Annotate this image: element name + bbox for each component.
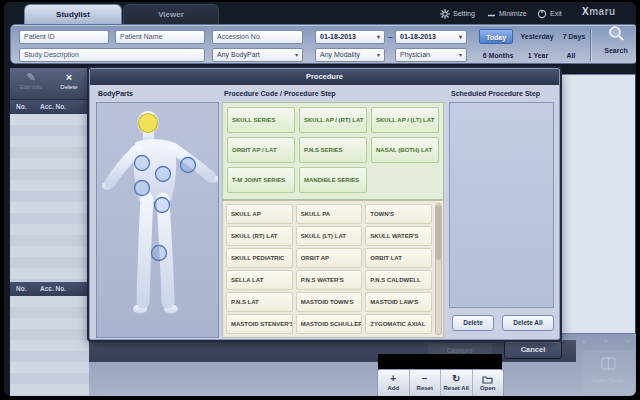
bodypart-skull-selected[interactable] [139,114,158,133]
bodyparts-figure-panel[interactable] [96,102,219,338]
exit-button[interactable]: Exit [537,7,562,20]
open-study-label: Open Study [582,377,634,383]
xmaru-logo-rest: maru [589,6,615,17]
step-button[interactable]: MASTOID STENVER'S [226,314,293,334]
modality-value: Any Modality [320,49,360,61]
physician-select[interactable]: Physician▾ [395,48,467,62]
human-figure [97,103,218,337]
footer-band [89,340,576,362]
series-button[interactable]: ORBIT AP / LAT [227,137,295,163]
step-button[interactable]: SKULL (LT) LAT [296,226,363,246]
studylist-header-top: No. Acc. No. [10,100,92,114]
step-button[interactable]: P.N.S WATER'S [296,270,363,290]
studylist-panel: ✎ Edit Info × Delete No. Acc. No. No. Ac… [10,68,92,396]
quick-7days-button[interactable]: 7 Days [558,29,590,44]
minimize-button[interactable]: Minimize [487,7,527,20]
dialog-title: Procedure [90,69,559,85]
bodypart-abdomen[interactable] [135,181,150,196]
chevron-down-icon: ▾ [377,31,380,43]
studylist-toolbar: ✎ Edit Info × Delete [10,68,92,100]
series-button[interactable]: P.N.S SERIES [299,137,367,163]
accession-no-input[interactable]: Accession No. [212,30,303,44]
quick-all-button[interactable]: All [558,48,584,63]
studylist-rows-top[interactable] [10,114,92,282]
reset-all-label: Reset All [441,385,472,391]
series-button[interactable]: MANDIBLE SERIES [299,167,367,193]
reset-all-button[interactable]: ↻ Reset All [441,370,473,396]
open-study-button[interactable]: Open Study [582,350,634,394]
step-button[interactable]: SKULL AP [226,204,293,224]
add-button[interactable]: + Add [378,370,410,396]
dialog-delete-button[interactable]: Delete [452,315,494,331]
physician-value: Physician [400,49,430,61]
chevron-down-icon: ▾ [459,49,462,61]
step-button[interactable]: TOWN'S [365,204,432,224]
series-button[interactable]: T-M JOINT SERIES [227,167,295,193]
open-button[interactable]: Open [473,370,504,396]
quick-1year-button[interactable]: 1 Year [522,48,554,63]
step-button[interactable]: SKULL PEDIATRIC [226,248,293,268]
date-range-separator: ~ [388,33,393,42]
bodypart-elbow[interactable] [181,158,196,173]
search-button[interactable]: Search [596,25,636,63]
x-icon: × [52,70,86,84]
patient-id-input[interactable]: Patient ID [19,30,109,44]
search-divider [590,29,591,62]
date-from-select[interactable]: 01-18-2013▾ [315,30,385,44]
step-button[interactable]: ORBIT AP [296,248,363,268]
detail-panel [560,74,636,334]
chevron-down-icon: ▾ [377,49,380,61]
step-button[interactable]: MASTOID SCHULLER [296,314,363,334]
reset-button[interactable]: − Reset [410,370,442,396]
gear-icon [440,9,450,19]
step-button[interactable]: MASTOID TOWN'S [296,292,363,312]
step-button[interactable]: SELLA LAT [226,270,293,290]
cancel-button[interactable]: Cancel [504,341,562,359]
tab-studylist[interactable]: Studylist [24,4,122,24]
date-from-value: 01-18-2013 [320,31,356,43]
date-to-select[interactable]: 01-18-2013▾ [395,30,467,44]
step-button[interactable]: ZYGOMATIC AXIAL [365,314,432,334]
step-button[interactable]: SKULL (RT) LAT [226,226,293,246]
minus-icon: − [410,372,441,385]
quick-today-button[interactable]: Today [479,29,513,44]
chevron-down-icon: ▾ [295,49,298,61]
column-no: No. [16,100,26,114]
bodypart-chest[interactable] [156,167,171,182]
modality-select[interactable]: Any Modality▾ [315,48,385,62]
series-button[interactable]: SKULL AP / (LT) LAT [371,107,439,133]
step-list-scrollbar[interactable] [435,203,442,335]
scrollbar-thumb[interactable] [436,205,441,260]
study-description-input[interactable]: Study Description [19,48,205,62]
series-button[interactable]: SKULL SERIES [227,107,295,133]
patient-name-input[interactable]: Patient Name [115,30,205,44]
step-button[interactable]: SKULL PA [296,204,363,224]
quick-6months-button[interactable]: 6 Months [476,48,520,63]
quick-yesterday-button[interactable]: Yesterday [516,29,558,44]
setting-button[interactable]: Setting [440,7,475,20]
bodypart-pelvis[interactable] [155,198,170,213]
delete-study-label: Delete [60,84,77,90]
dialog-delete-all-button[interactable]: Delete All [502,315,554,331]
series-button[interactable]: SKULL AP / (RT) LAT [299,107,367,133]
scheduled-step-label: Scheduled Procedure Step [451,90,540,97]
add-label: Add [378,385,409,391]
studylist-rows-bottom[interactable] [10,296,92,396]
disabled-chevrons: ▾ ▾ ▾ [576,338,636,350]
step-button[interactable]: P.N.S LAT [226,292,293,312]
bodypart-shoulder[interactable] [135,156,150,171]
tab-viewer[interactable]: Viewer [123,4,219,24]
studylist-header-bottom: No. Acc. No. [10,282,92,296]
step-button[interactable]: SKULL WATER'S [365,226,432,246]
application-window: Studylist Viewer Setting Minimize Exit X… [0,0,640,400]
minimize-label: Minimize [499,10,527,17]
step-button[interactable]: ORBIT LAT [365,248,432,268]
bodypart-knee[interactable] [152,246,167,261]
scheduled-step-list[interactable] [449,102,554,308]
edit-info-button[interactable]: ✎ Edit Info [14,70,48,98]
bodypart-select[interactable]: Any BodyPart▾ [212,48,303,62]
series-button[interactable]: NASAL (BOTH) LAT [371,137,439,163]
step-button[interactable]: P.N.S CALDWELL [365,270,432,290]
step-button[interactable]: MASTOID LAW'S [365,292,432,312]
delete-study-button[interactable]: × Delete [52,70,86,98]
